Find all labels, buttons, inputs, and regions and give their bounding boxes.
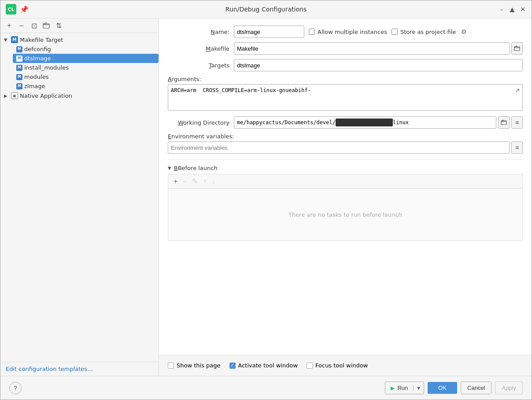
activate-tool-label: Activate tool window — [238, 362, 298, 369]
before-launch-remove-button[interactable]: – — [181, 176, 188, 186]
native-app-icon: ▣ — [11, 92, 18, 99]
ok-button[interactable]: OK — [428, 382, 457, 394]
focus-tool-checkbox[interactable] — [307, 363, 313, 369]
apply-button[interactable]: Apply — [495, 381, 523, 394]
show-page-label: Show this page — [177, 362, 221, 369]
before-launch-toolbar: + – ✎ ↑ ↓ — [168, 174, 523, 188]
makefile-folder-button[interactable] — [511, 42, 523, 55]
working-dir-display[interactable]: me/happycactus/Documents/devel/ linux — [234, 116, 496, 129]
before-launch-label: BBefore launch — [174, 165, 218, 171]
before-launch-chevron-icon: ▼ — [168, 166, 171, 170]
store-gear-button[interactable]: ⚙ — [460, 27, 468, 36]
footer-buttons: ▶ Run ▼ OK Cancel Apply — [385, 381, 523, 394]
zimage-label: zImage — [24, 83, 45, 89]
working-dir-input-group: me/happycactus/Documents/devel/ linux ≡ — [234, 116, 523, 129]
minimize-button[interactable]: – — [498, 6, 505, 13]
add-config-button[interactable]: + — [4, 20, 15, 31]
config-panel: Name: Allow multiple instances Store as … — [159, 19, 532, 376]
sidebar-toolbar: + – ⊡ ⇅ — [0, 19, 159, 33]
makefile-children: M defconfig M dtslmage M install_modules — [0, 44, 159, 91]
native-app-label: Native Application — [20, 93, 72, 99]
env-vars-input[interactable] — [168, 141, 510, 154]
makefile-field-label: Makefile — [168, 45, 229, 52]
dtslmage-icon: M — [16, 56, 22, 62]
pin-icon[interactable]: 📌 — [20, 5, 29, 14]
tree-item-install-modules[interactable]: M install_modules — [13, 63, 159, 72]
run-button-group[interactable]: ▶ Run ▼ — [385, 381, 424, 394]
tree-item-zimage[interactable]: M zImage — [13, 81, 159, 91]
tree-item-defconfig[interactable]: M defconfig — [13, 44, 159, 54]
name-input[interactable] — [234, 26, 304, 38]
store-as-project-label[interactable]: Store as project file — [392, 29, 456, 35]
titlebar: CL 📌 Run/Debug Configurations – ▲ ✕ — [0, 0, 532, 19]
copy-config-button[interactable]: ⊡ — [29, 20, 39, 31]
before-launch-section: ▼ BBefore launch + – ✎ ↑ ↓ There are no … — [168, 165, 523, 241]
makefile-input[interactable] — [234, 42, 510, 55]
name-row: Name: Allow multiple instances Store as … — [168, 26, 523, 38]
makefile-chevron-icon: ▼ — [4, 37, 9, 42]
targets-input[interactable] — [234, 59, 523, 71]
before-launch-content: There are no tasks to run before launch — [168, 188, 523, 241]
env-vars-list-button[interactable]: ≡ — [511, 141, 523, 154]
sidebar-tree: ▼ M Makefile Target M defconfig M dtslma… — [0, 33, 159, 362]
dtslmage-label: dtslmage — [24, 55, 51, 62]
working-dir-folder-button[interactable] — [498, 116, 510, 129]
before-launch-down-button[interactable]: ↓ — [210, 176, 217, 186]
maximize-button[interactable]: ▲ — [509, 6, 516, 13]
targets-row: Targets — [168, 59, 523, 71]
run-debug-dialog: CL 📌 Run/Debug Configurations – ▲ ✕ + – … — [0, 0, 532, 400]
config-form: Name: Allow multiple instances Store as … — [159, 19, 532, 355]
tree-group-header-makefile[interactable]: ▼ M Makefile Target — [0, 35, 159, 44]
before-launch-add-button[interactable]: + — [172, 176, 179, 186]
main-content: + – ⊡ ⇅ ▼ M Make — [0, 19, 532, 376]
working-dir-label: Working Directory — [168, 119, 229, 126]
svg-rect-2 — [501, 121, 506, 125]
before-launch-header[interactable]: ▼ BBefore launch — [168, 165, 523, 171]
run-triangle-icon: ▶ — [391, 385, 395, 391]
env-vars-section: Environment variables: ≡ — [168, 133, 523, 154]
remove-config-button[interactable]: – — [16, 20, 27, 31]
expand-arguments-button[interactable]: ↗ — [515, 87, 520, 94]
close-button[interactable]: ✕ — [519, 6, 526, 13]
install-modules-icon: M — [16, 65, 22, 71]
activate-tool-group[interactable]: ✓ Activate tool window — [229, 362, 298, 369]
show-page-group[interactable]: Show this page — [168, 362, 221, 369]
working-dir-redacted — [336, 119, 393, 126]
sidebar-footer: Edit configuration templates... — [0, 362, 159, 376]
activate-tool-checkbox[interactable]: ✓ — [229, 363, 236, 369]
run-dropdown-button[interactable]: ▼ — [413, 385, 424, 391]
run-label: Run — [397, 385, 408, 391]
svg-rect-1 — [514, 47, 520, 51]
targets-label: Targets — [168, 62, 229, 69]
makefile-row: Makefile — [168, 42, 523, 55]
sidebar: + – ⊡ ⇅ ▼ M Make — [0, 19, 159, 376]
arguments-container: ARCH=arm CROSS_COMPILE=arm-linux-gnueabi… — [168, 84, 523, 112]
show-page-checkbox[interactable] — [168, 363, 174, 369]
tree-group-native-app[interactable]: ▶ ▣ Native Application — [0, 91, 159, 100]
run-main-button[interactable]: ▶ Run — [385, 382, 413, 394]
arguments-textarea[interactable]: ARCH=arm CROSS_COMPILE=arm-linux-gnueabi… — [168, 84, 523, 111]
working-dir-list-button[interactable]: ≡ — [511, 116, 523, 129]
working-dir-row: Working Directory me/happycactus/Documen… — [168, 116, 523, 129]
tree-item-dtslmage[interactable]: M dtslmage — [13, 54, 159, 63]
store-as-project-checkbox[interactable] — [392, 29, 398, 35]
allow-multiple-checkbox[interactable] — [309, 29, 315, 35]
tree-item-modules[interactable]: M modules — [13, 72, 159, 81]
defconfig-label: defconfig — [24, 46, 51, 52]
makefile-icon: M — [11, 36, 18, 43]
help-button[interactable]: ? — [9, 382, 22, 394]
dialog-footer: ? ▶ Run ▼ OK Cancel Apply — [0, 376, 532, 400]
focus-tool-group[interactable]: Focus tool window — [307, 362, 368, 369]
before-launch-edit-button[interactable]: ✎ — [190, 176, 200, 186]
before-launch-up-button[interactable]: ↑ — [201, 176, 208, 186]
sort-button[interactable]: ⇅ — [53, 20, 64, 31]
titlebar-left: CL 📌 — [6, 4, 29, 15]
install-modules-label: install_modules — [24, 64, 69, 71]
edit-templates-link[interactable]: Edit configuration templates... — [6, 366, 93, 372]
allow-multiple-label[interactable]: Allow multiple instances — [309, 29, 387, 35]
cancel-button[interactable]: Cancel — [461, 381, 491, 394]
modules-label: modules — [24, 74, 49, 80]
new-folder-button[interactable] — [41, 20, 52, 31]
bottom-checkboxes: Show this page ✓ Activate tool window Fo… — [159, 355, 532, 376]
env-vars-input-row: ≡ — [168, 141, 523, 154]
